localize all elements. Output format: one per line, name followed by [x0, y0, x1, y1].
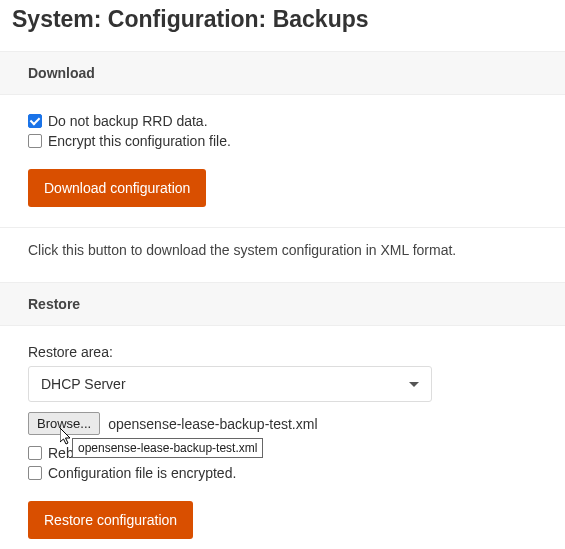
- restore-header: Restore: [0, 282, 565, 326]
- file-browse-row: Browse... opensense-lease-backup-test.xm…: [28, 412, 537, 435]
- restore-area-selected: DHCP Server: [41, 376, 126, 392]
- encrypt-config-row[interactable]: Encrypt this configuration file.: [28, 133, 537, 149]
- no-backup-rrd-row[interactable]: Do not backup RRD data.: [28, 113, 537, 129]
- download-help-text: Click this button to download the system…: [0, 227, 565, 282]
- restore-area-select[interactable]: DHCP Server: [28, 366, 432, 402]
- download-body: Do not backup RRD data. Encrypt this con…: [0, 95, 565, 227]
- backups-page: System: Configuration: Backups Download …: [0, 0, 565, 549]
- restore-body: Restore area: DHCP Server Browse... open…: [0, 326, 565, 547]
- encrypt-config-label: Encrypt this configuration file.: [48, 133, 231, 149]
- download-header: Download: [0, 51, 565, 95]
- no-backup-rrd-label: Do not backup RRD data.: [48, 113, 208, 129]
- reboot-label: Reboot after a successful restore.: [48, 445, 257, 461]
- checkbox-unchecked-icon[interactable]: [28, 134, 42, 148]
- page-title: System: Configuration: Backups: [0, 0, 565, 51]
- chevron-down-icon: [409, 382, 419, 387]
- checkbox-checked-icon[interactable]: [28, 114, 42, 128]
- encrypted-file-row[interactable]: Configuration file is encrypted.: [28, 465, 537, 481]
- restore-area-label: Restore area:: [28, 344, 537, 360]
- checkbox-unchecked-icon[interactable]: [28, 446, 42, 460]
- selected-filename: opensense-lease-backup-test.xml: [108, 416, 317, 432]
- download-configuration-button[interactable]: Download configuration: [28, 169, 206, 207]
- restore-configuration-button[interactable]: Restore configuration: [28, 501, 193, 539]
- checkbox-unchecked-icon[interactable]: [28, 466, 42, 480]
- browse-button[interactable]: Browse...: [28, 412, 100, 435]
- encrypted-file-label: Configuration file is encrypted.: [48, 465, 236, 481]
- reboot-row[interactable]: Reboot after a successful restore.: [28, 445, 537, 461]
